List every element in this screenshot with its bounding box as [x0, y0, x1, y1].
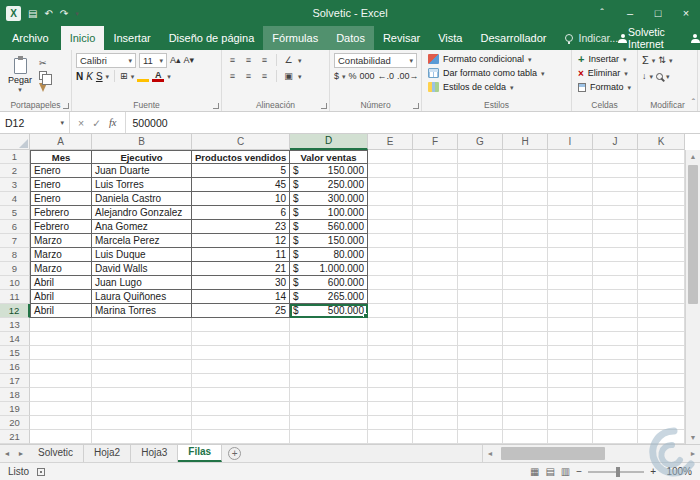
cell-F1[interactable] — [413, 150, 458, 164]
cell-F18[interactable] — [413, 388, 458, 402]
cell-A8[interactable]: Marzo — [30, 248, 92, 262]
font-name-select[interactable]: Calibri ▾ — [76, 53, 136, 68]
cell-H17[interactable] — [503, 374, 548, 388]
cell-E7[interactable] — [368, 234, 413, 248]
cell-E11[interactable] — [368, 290, 413, 304]
cell-K2[interactable] — [638, 164, 685, 178]
cell-K13[interactable] — [638, 318, 685, 332]
row-header-20[interactable]: 20 — [0, 416, 30, 430]
fill-handle[interactable] — [363, 313, 368, 318]
cell-C14[interactable] — [192, 332, 290, 346]
font-color-icon[interactable]: A — [152, 70, 164, 82]
increase-font-icon[interactable]: A▴ — [170, 55, 181, 65]
cell-H13[interactable] — [503, 318, 548, 332]
italic-button[interactable]: K — [86, 71, 93, 82]
cell-H16[interactable] — [503, 360, 548, 374]
cell-I17[interactable] — [548, 374, 593, 388]
cell-E14[interactable] — [368, 332, 413, 346]
row-header-4[interactable]: 4 — [0, 192, 30, 206]
bold-button[interactable]: N — [76, 71, 83, 82]
copy-icon[interactable] — [39, 71, 47, 80]
cell-A4[interactable]: Enero — [30, 192, 92, 206]
tab-desarrollador[interactable]: Desarrollador — [471, 26, 555, 50]
cell-H3[interactable] — [503, 178, 548, 192]
cell-J16[interactable] — [593, 360, 638, 374]
underline-button[interactable]: S — [96, 71, 103, 82]
tab-datos[interactable]: Datos — [327, 26, 374, 50]
cell-A2[interactable]: Enero — [30, 164, 92, 178]
sheet-tab-filas[interactable]: Filas — [178, 445, 222, 462]
thousands-format-icon[interactable]: 000 — [360, 71, 375, 81]
cell-K7[interactable] — [638, 234, 685, 248]
cell-G15[interactable] — [458, 346, 503, 360]
decrease-font-icon[interactable]: A▾ — [184, 55, 195, 65]
cell-D9[interactable]: $1.000.000 — [290, 262, 368, 276]
cell-E21[interactable] — [368, 430, 413, 444]
cell-E12[interactable] — [368, 304, 413, 318]
insert-cells-button[interactable]: + Insertar ▾ — [574, 52, 635, 66]
cell-F5[interactable] — [413, 206, 458, 220]
scroll-up-icon[interactable]: ▲ — [686, 150, 700, 163]
cell-B1[interactable]: Ejecutivo — [92, 150, 192, 164]
cell-F4[interactable] — [413, 192, 458, 206]
name-box[interactable]: D12 ▾ — [0, 112, 70, 133]
vertical-scrollbar[interactable]: ▲ ▼ — [685, 150, 700, 444]
cell-H1[interactable] — [503, 150, 548, 164]
align-top-icon[interactable]: ≡ — [226, 55, 239, 65]
cell-B19[interactable] — [92, 402, 192, 416]
cell-G7[interactable] — [458, 234, 503, 248]
cell-B4[interactable]: Daniela Castro — [92, 192, 192, 206]
cell-I7[interactable] — [548, 234, 593, 248]
align-right-icon[interactable]: ≡ — [258, 71, 271, 81]
cell-D20[interactable] — [290, 416, 368, 430]
cell-E6[interactable] — [368, 220, 413, 234]
cell-D3[interactable]: $250.000 — [290, 178, 368, 192]
cell-D6[interactable]: $560.000 — [290, 220, 368, 234]
row-header-2[interactable]: 2 — [0, 164, 30, 178]
account-area[interactable]: Solvetic Internet — [618, 26, 679, 50]
cell-I9[interactable] — [548, 262, 593, 276]
cell-B8[interactable]: Luis Duque — [92, 248, 192, 262]
column-header-A[interactable]: A — [30, 134, 92, 150]
cell-A9[interactable]: Marzo — [30, 262, 92, 276]
cell-A21[interactable] — [30, 430, 92, 444]
close-button[interactable]: × — [672, 0, 700, 26]
cell-B21[interactable] — [92, 430, 192, 444]
number-dialog-launcher[interactable] — [413, 103, 419, 109]
cell-J9[interactable] — [593, 262, 638, 276]
cell-B17[interactable] — [92, 374, 192, 388]
row-header-3[interactable]: 3 — [0, 178, 30, 192]
zoom-in-icon[interactable]: + — [650, 466, 656, 477]
enter-icon[interactable]: ✓ — [92, 117, 101, 129]
cell-D13[interactable] — [290, 318, 368, 332]
tab-fórmulas[interactable]: Fórmulas — [263, 26, 327, 50]
cell-C6[interactable]: 23 — [192, 220, 290, 234]
cell-F17[interactable] — [413, 374, 458, 388]
autosum-icon[interactable]: Σ — [642, 54, 649, 66]
cell-J2[interactable] — [593, 164, 638, 178]
cell-J15[interactable] — [593, 346, 638, 360]
sheet-nav-right-icon[interactable]: ► — [14, 445, 28, 462]
cell-D2[interactable]: $150.000 — [290, 164, 368, 178]
cell-D16[interactable] — [290, 360, 368, 374]
macro-record-icon[interactable] — [37, 468, 45, 476]
cell-C19[interactable] — [192, 402, 290, 416]
cell-I6[interactable] — [548, 220, 593, 234]
cell-A14[interactable] — [30, 332, 92, 346]
cell-F20[interactable] — [413, 416, 458, 430]
tab-diseño-de-página[interactable]: Diseño de página — [160, 26, 264, 50]
column-header-E[interactable]: E — [368, 134, 413, 150]
tab-revisar[interactable]: Revisar — [374, 26, 429, 50]
format-as-table-button[interactable]: Dar formato como tabla ▾ — [424, 66, 569, 80]
cell-E2[interactable] — [368, 164, 413, 178]
cell-A17[interactable] — [30, 374, 92, 388]
cell-G4[interactable] — [458, 192, 503, 206]
cell-C3[interactable]: 45 — [192, 178, 290, 192]
cell-B7[interactable]: Marcela Perez — [92, 234, 192, 248]
cell-K1[interactable] — [638, 150, 685, 164]
cell-J1[interactable] — [593, 150, 638, 164]
percent-format-icon[interactable]: % — [349, 71, 357, 81]
cell-C16[interactable] — [192, 360, 290, 374]
cell-B10[interactable]: Juan Lugo — [92, 276, 192, 290]
zoom-slider[interactable] — [588, 471, 644, 473]
